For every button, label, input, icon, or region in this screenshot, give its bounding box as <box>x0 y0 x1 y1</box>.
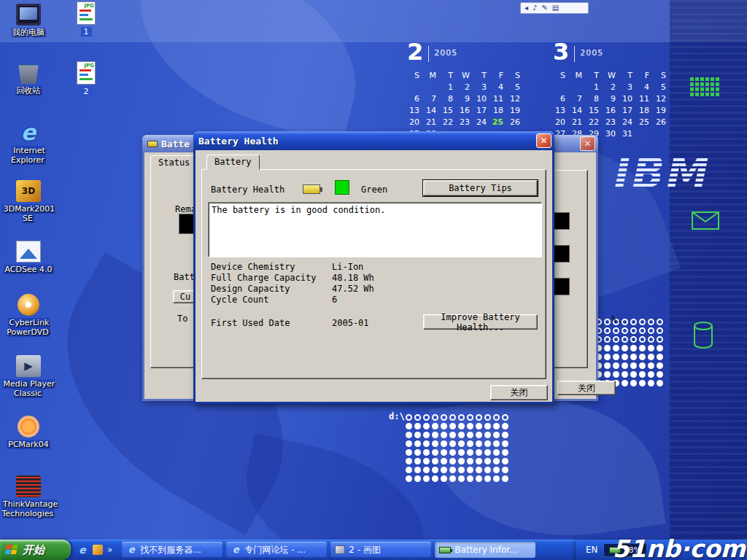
quick-launch-ie-icon[interactable]: e <box>77 544 88 556</box>
desktop-icon-3dmark[interactable]: 3D 3DMark2001 SE <box>1 180 55 223</box>
tab-battery[interactable]: Battery <box>206 155 260 170</box>
dot <box>484 423 491 429</box>
battery-label: Batt <box>174 272 195 282</box>
task-label: 专门网论坛 - ... <box>244 544 305 556</box>
calendar-cell: 26 <box>654 117 670 127</box>
dot <box>449 458 456 464</box>
dot <box>639 380 646 386</box>
quick-launch-app-icon[interactable] <box>93 545 103 555</box>
calendar-cell: 31 <box>620 129 637 139</box>
grid-square <box>716 82 719 86</box>
desktop-icon-internet-explorer[interactable]: e Internet Explorer <box>1 122 55 165</box>
dot <box>613 345 619 351</box>
first-used-value: 2005-01 <box>332 318 369 328</box>
calendar-cell: T <box>441 71 457 80</box>
calendar-cell: T <box>474 71 491 80</box>
grid-square <box>695 77 699 81</box>
calendar-grid: SMTWTFS123456789101112131415161718192021… <box>553 71 677 139</box>
dot <box>493 449 500 456</box>
dialog-title: Battery Health <box>198 136 279 147</box>
calendar-cell: 8 <box>587 94 603 104</box>
battery-tips-button[interactable]: Battery Tips <box>423 180 538 196</box>
desktop-icon-my-computer[interactable]: 我的电脑 <box>1 4 55 37</box>
dot <box>657 354 663 360</box>
acdsee-icon <box>16 241 41 262</box>
calendar-cell: S <box>654 71 670 80</box>
3dmark-icon: 3D <box>16 180 41 202</box>
desktop-file-2[interactable]: JPG 2 <box>61 61 111 96</box>
desktop-icon-media-player-classic[interactable]: ▶ Media Player Classic <box>1 355 55 398</box>
dot <box>406 414 412 421</box>
dot <box>458 423 465 429</box>
calendar-cell: 4 <box>491 82 508 92</box>
desktop-icon-powerdvd[interactable]: CyberLink PowerDVD <box>1 294 55 337</box>
calendar-cell: 17 <box>620 106 637 115</box>
close-button[interactable]: 关闭 <box>557 381 616 395</box>
close-icon[interactable]: ✕ <box>536 133 551 148</box>
jpg-badge: JPG <box>85 3 94 9</box>
task-button-server-not-found[interactable]: e 找不到服务器... <box>122 542 222 558</box>
ie-icon: e <box>231 545 241 555</box>
calendar-cell: 11 <box>491 94 508 104</box>
dot <box>441 423 447 429</box>
desktop-file-1[interactable]: JPG 1 <box>61 1 111 36</box>
dot <box>639 354 646 360</box>
language-indicator[interactable]: EN <box>586 545 598 555</box>
calendar-cell <box>424 82 441 92</box>
task-button-paint[interactable]: 2 - 画图 <box>330 542 431 558</box>
health-status-text: Green <box>361 184 387 195</box>
sound-icon[interactable]: ♪ <box>533 4 537 12</box>
icon-label: CyberLink PowerDVD <box>7 318 50 337</box>
calendar-cell: 20 <box>407 117 424 127</box>
dot <box>449 414 456 421</box>
desktop-icon-thinkvantage[interactable]: ThinkVantage Technologies <box>1 475 55 518</box>
dot <box>423 440 430 447</box>
calendar-cell <box>553 82 570 92</box>
drive-label: d:\ <box>389 411 405 421</box>
calendar-cell: 16 <box>457 106 474 115</box>
battery-tray-indicator[interactable]: 58% <box>603 543 647 557</box>
task-button-forum[interactable]: e 专门网论坛 - ... <box>226 542 327 558</box>
dot <box>414 458 421 464</box>
desktop-icon-acdsee[interactable]: ACDSee 4.0 <box>1 241 55 274</box>
speaker-icon[interactable]: ◂ <box>525 4 528 12</box>
ime-menu-icon[interactable]: ▤ <box>552 4 559 12</box>
chevron-icon[interactable]: » <box>107 545 112 555</box>
grid-square <box>705 77 709 81</box>
calendar-cell: 1 <box>441 82 457 92</box>
dialog-titlebar[interactable]: Battery Health ✕ <box>193 131 554 150</box>
calendar-cell: 21 <box>570 117 587 127</box>
dot <box>630 345 637 351</box>
calendar-divider <box>574 46 575 62</box>
calendar-cell: 3 <box>620 82 637 92</box>
desktop-icon-recycle-bin[interactable]: 回收站 <box>1 62 55 96</box>
dot <box>502 475 508 482</box>
task-button-battery-information[interactable]: Battery Infor... <box>435 542 535 558</box>
window-title: Batte <box>161 139 190 149</box>
dot <box>622 354 628 360</box>
calendar-cell: 15 <box>587 106 603 115</box>
improve-battery-health-button[interactable]: Improve Battery Health... <box>423 314 538 330</box>
dot <box>414 449 421 456</box>
language-bar[interactable]: ◂ ♪ ✎ ▤ <box>520 2 589 14</box>
battery-gauge-segment <box>552 245 570 262</box>
close-icon[interactable]: ✕ <box>580 136 595 151</box>
dot <box>406 467 412 473</box>
dot <box>432 423 438 429</box>
dot <box>423 423 430 429</box>
close-button[interactable]: 关闭 <box>490 385 548 400</box>
calendar-cell: 18 <box>637 106 654 115</box>
calendar-cell: 21 <box>424 117 441 127</box>
dot <box>441 475 447 482</box>
file-label: 2 <box>81 87 92 96</box>
dot <box>449 449 456 456</box>
dot <box>476 475 482 482</box>
start-button[interactable]: 开始 <box>0 540 71 560</box>
dot <box>657 319 663 325</box>
dot <box>458 475 465 482</box>
desktop-icon-pcmark04[interactable]: PCMark04 <box>1 416 55 449</box>
tab-status[interactable]: Status <box>150 155 198 171</box>
dot <box>423 449 430 456</box>
dot <box>630 319 637 325</box>
pen-icon[interactable]: ✎ <box>541 4 547 12</box>
